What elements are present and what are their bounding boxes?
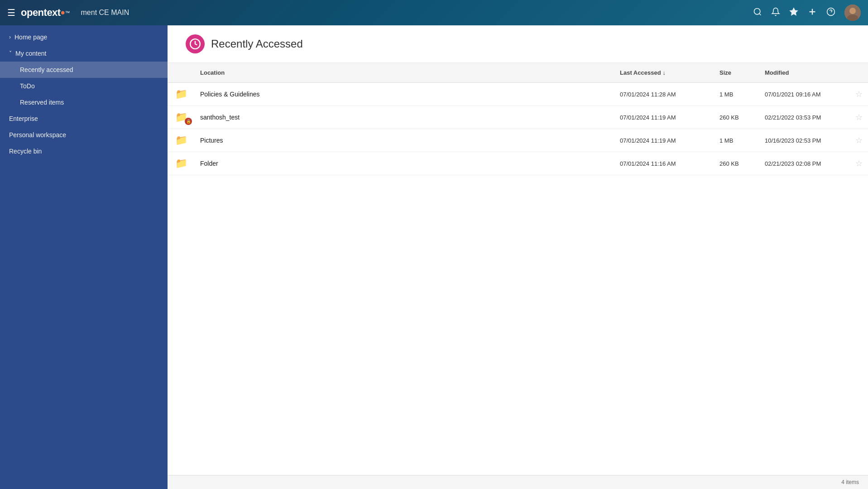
item-name: Policies & Guidelines [200,91,260,98]
lock-badge-icon: 🔒 [185,118,192,125]
last-accessed-value: 07/01/2024 11:28 AM [620,91,676,98]
row-modified-cell: 02/21/2023 02:08 PM [759,152,850,175]
folder-icon: 📁 [175,134,187,146]
size-value: 1 MB [719,137,733,144]
svg-point-8 [849,8,856,14]
col-label-last-accessed: Last Accessed [620,69,661,76]
logo-sup: ™ [65,10,70,15]
svg-line-1 [759,13,761,15]
row-favorite-cell[interactable]: ☆ [850,83,868,105]
search-icon[interactable] [753,7,762,19]
notifications-icon[interactable] [771,7,780,19]
size-value: 260 KB [719,160,739,167]
star-icon[interactable]: ☆ [855,158,863,168]
table-row: 📁 Pictures 07/01/2024 11:19 AM 1 MB 10/1… [168,129,868,152]
row-icon-cell: 📁 [168,83,195,105]
sidebar-item-reserved-items[interactable]: Reserved items [0,94,168,110]
row-name-cell[interactable]: Pictures [195,129,614,152]
chevron-down-icon: ˅ [9,50,12,57]
row-modified-cell: 10/16/2023 02:53 PM [759,129,850,152]
col-header-last-accessed[interactable]: Last Accessed ↓ [614,67,714,78]
logo-text: opentext [21,7,61,19]
page-header: Recently Accessed [168,25,868,63]
sidebar-item-todo[interactable]: ToDo [0,78,168,94]
star-icon[interactable]: ☆ [855,89,863,99]
sidebar-item-label: Home page [14,34,47,41]
row-last-accessed-cell: 07/01/2024 11:19 AM [614,106,714,129]
row-icon-cell: 📁 [168,129,195,152]
row-favorite-cell[interactable]: ☆ [850,106,868,129]
modified-value: 02/21/2023 02:08 PM [765,160,821,167]
table-header: Location Last Accessed ↓ Size Modified [168,63,868,83]
star-icon[interactable]: ☆ [855,135,863,145]
main-layout: › Home page ˅ My content Recently access… [0,25,868,489]
modified-value: 07/01/2021 09:16 AM [765,91,821,98]
col-header-size[interactable]: Size [714,67,759,78]
item-name: Pictures [200,137,223,144]
sidebar-item-label: My content [15,50,46,57]
sidebar-item-my-content[interactable]: ˅ My content [0,45,168,62]
row-icon-cell: 📁 🔒 [168,106,195,129]
size-value: 1 MB [719,91,733,98]
avatar-image [844,5,861,21]
row-last-accessed-cell: 07/01/2024 11:19 AM [614,129,714,152]
col-header-favorite [850,67,868,78]
sidebar-item-home-page[interactable]: › Home page [0,29,168,45]
folder-icon: 📁 [175,158,187,169]
col-header-icon [168,67,195,78]
table-row: 📁 Folder 07/01/2024 11:16 AM 260 KB 02/2… [168,152,868,175]
sidebar: › Home page ˅ My content Recently access… [0,25,168,489]
app-header: ☰ opentext•™ ment CE MAIN [0,0,868,25]
items-count: 4 items [841,479,859,485]
row-favorite-cell[interactable]: ☆ [850,152,868,175]
favorites-icon[interactable] [789,7,798,19]
app-title: ment CE MAIN [81,9,129,17]
sidebar-item-label: Personal workspace [9,131,66,139]
last-accessed-value: 07/01/2024 11:19 AM [620,114,676,121]
item-name: Folder [200,160,218,167]
col-header-location[interactable]: Location [195,67,614,78]
header-actions [753,5,861,21]
help-icon[interactable] [826,7,835,19]
modified-value: 10/16/2023 02:53 PM [765,137,821,144]
sidebar-item-label: Enterprise [9,115,38,122]
table-row: 📁 🔒 santhosh_test 07/01/2024 11:19 AM 26… [168,106,868,129]
row-size-cell: 1 MB [714,129,759,152]
sort-desc-icon: ↓ [663,69,666,76]
sidebar-item-label: Recycle bin [9,148,42,155]
last-accessed-value: 07/01/2024 11:19 AM [620,137,676,144]
sidebar-item-enterprise[interactable]: Enterprise [0,110,168,127]
row-modified-cell: 02/21/2022 03:53 PM [759,106,850,129]
menu-icon[interactable]: ☰ [7,7,15,18]
sidebar-item-recently-accessed[interactable]: Recently accessed [0,62,168,78]
row-modified-cell: 07/01/2021 09:16 AM [759,83,850,105]
sidebar-item-personal-workspace[interactable]: Personal workspace [0,127,168,143]
row-name-cell[interactable]: Folder [195,152,614,175]
add-icon[interactable] [807,7,817,19]
row-name-cell[interactable]: santhosh_test [195,106,614,129]
item-name: santhosh_test [200,114,240,121]
col-header-modified[interactable]: Modified [759,67,850,78]
clock-icon [189,38,201,50]
row-last-accessed-cell: 07/01/2024 11:28 AM [614,83,714,105]
sidebar-item-label: ToDo [20,82,35,90]
last-accessed-value: 07/01/2024 11:16 AM [620,160,676,167]
row-name-cell[interactable]: Policies & Guidelines [195,83,614,105]
col-label-size: Size [719,69,731,76]
modified-value: 02/21/2022 03:53 PM [765,114,821,121]
row-icon-cell: 📁 [168,152,195,175]
page-title: Recently Accessed [211,38,303,50]
size-value: 260 KB [719,114,739,121]
row-last-accessed-cell: 07/01/2024 11:16 AM [614,152,714,175]
col-label-modified: Modified [765,69,789,76]
chevron-right-icon: › [9,34,11,40]
star-icon[interactable]: ☆ [855,112,863,122]
table-row: 📁 Policies & Guidelines 07/01/2024 11:28… [168,83,868,106]
app-logo: opentext•™ [21,6,70,19]
sidebar-item-label: Reserved items [20,99,64,106]
user-avatar[interactable] [844,5,861,21]
sidebar-item-recycle-bin[interactable]: Recycle bin [0,143,168,159]
row-favorite-cell[interactable]: ☆ [850,129,868,152]
svg-marker-2 [790,8,798,15]
sidebar-item-label: Recently accessed [20,66,73,73]
